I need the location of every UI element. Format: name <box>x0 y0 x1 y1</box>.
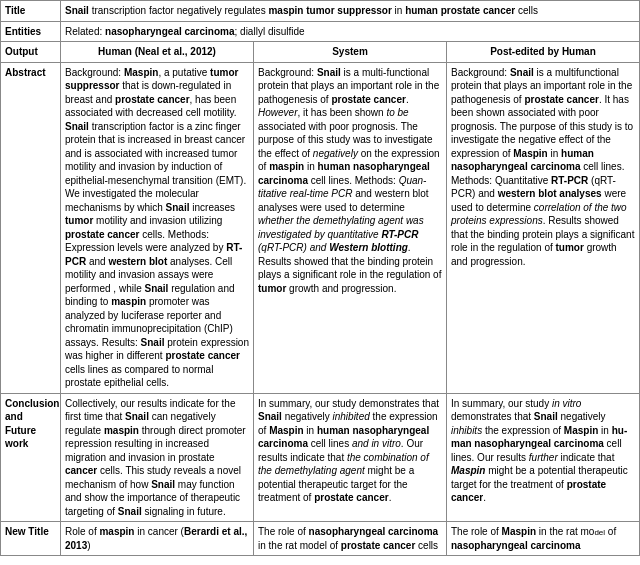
human-header: Human (Neal et al., 2012) <box>61 42 254 63</box>
output-label: Output <box>1 42 61 63</box>
title-row: Title Snail transcription factor negativ… <box>1 1 640 22</box>
title-label: Title <box>1 1 61 22</box>
system-abstract: Background: Snail is a multi-functional … <box>254 62 447 393</box>
system-conclusion: In summary, our study demonstrates that … <box>254 393 447 522</box>
entities-label: Entities <box>1 21 61 42</box>
newtitle-label: New Title <box>1 522 61 556</box>
conclusion-label: Conclusion and Future work <box>1 393 61 522</box>
postedit-abstract: Background: Snail is a multifunctional p… <box>447 62 640 393</box>
output-header-row: Output Human (Neal et al., 2012) System … <box>1 42 640 63</box>
human-conclusion: Collectively, our results indicate for t… <box>61 393 254 522</box>
conclusion-row: Conclusion and Future work Collectively,… <box>1 393 640 522</box>
system-header: System <box>254 42 447 63</box>
title-value: Snail transcription factor negatively re… <box>61 1 640 22</box>
entities-row: Entities Related: nasopharyngeal carcino… <box>1 21 640 42</box>
human-abstract: Background: Maspin, a putative tu­mor su… <box>61 62 254 393</box>
postedit-header: Post-edited by Human <box>447 42 640 63</box>
postedit-conclusion: In summary, our study in vitro demonstra… <box>447 393 640 522</box>
system-newtitle: The role of nasopharyngeal car­cinoma in… <box>254 522 447 556</box>
abstract-row: Abstract Background: Maspin, a putative … <box>1 62 640 393</box>
human-newtitle: Role of maspin in cancer (Berardi et al.… <box>61 522 254 556</box>
abstract-label: Abstract <box>1 62 61 393</box>
postedit-newtitle: The role of Maspin in the rat model of n… <box>447 522 640 556</box>
entities-value: Related: nasopharyngeal carcinoma; diall… <box>61 21 640 42</box>
newtitle-row: New Title Role of maspin in cancer (Bera… <box>1 522 640 556</box>
